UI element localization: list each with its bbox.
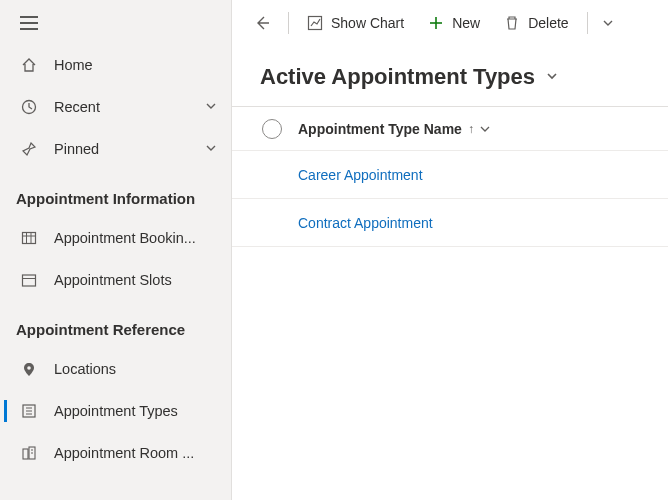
section-header-appointment-reference: Appointment Reference (0, 301, 231, 348)
menu-icon (20, 16, 38, 30)
sidebar-item-appointment-room[interactable]: Appointment Room ... (0, 432, 231, 474)
chevron-down-icon (480, 124, 490, 134)
chevron-down-icon (205, 99, 217, 115)
trash-icon (504, 15, 520, 31)
sidebar-item-label: Appointment Types (54, 403, 217, 419)
grid-header-row: Appointment Type Name ↑ (232, 107, 668, 151)
record-link[interactable]: Career Appointment (250, 167, 648, 183)
calendar-icon (20, 271, 38, 289)
chart-icon (307, 15, 323, 31)
sort-ascending-icon: ↑ (468, 122, 474, 136)
sidebar-item-home[interactable]: Home (0, 44, 231, 86)
list-icon (20, 402, 38, 420)
sidebar-item-pinned[interactable]: Pinned (0, 128, 231, 170)
sidebar-item-locations[interactable]: Locations (0, 348, 231, 390)
svg-rect-8 (23, 275, 36, 286)
separator (288, 12, 289, 34)
sidebar: Home Recent Pinned Appointment Informati… (0, 0, 232, 500)
command-bar: Show Chart New Delete (232, 0, 668, 46)
separator (587, 12, 588, 34)
clock-icon (20, 98, 38, 116)
section-header-appointment-information: Appointment Information (0, 170, 231, 217)
chevron-down-icon (545, 69, 559, 83)
sidebar-item-recent[interactable]: Recent (0, 86, 231, 128)
sidebar-item-label: Pinned (54, 141, 205, 157)
location-pin-icon (20, 360, 38, 378)
chevron-down-icon (205, 141, 217, 157)
pin-icon (20, 140, 38, 158)
new-button[interactable]: New (418, 6, 490, 40)
table-row[interactable]: Contract Appointment (232, 199, 668, 247)
delete-split-button[interactable] (596, 6, 620, 40)
hamburger-button[interactable] (0, 6, 231, 44)
view-title: Active Appointment Types (260, 64, 535, 90)
sidebar-item-label: Recent (54, 99, 205, 115)
circle-icon (262, 119, 282, 139)
button-label: Show Chart (331, 15, 404, 31)
view-selector-button[interactable] (545, 69, 559, 86)
sidebar-item-label: Home (54, 57, 217, 73)
column-header-name[interactable]: Appointment Type Name ↑ (294, 121, 648, 137)
sidebar-item-label: Appointment Bookin... (54, 230, 217, 246)
record-link[interactable]: Contract Appointment (250, 215, 648, 231)
select-all-checkbox[interactable] (250, 119, 294, 139)
button-label: New (452, 15, 480, 31)
sidebar-item-appointment-slots[interactable]: Appointment Slots (0, 259, 231, 301)
arrow-left-icon (254, 15, 270, 31)
column-header-label: Appointment Type Name (298, 121, 462, 137)
sidebar-item-label: Appointment Room ... (54, 445, 217, 461)
chevron-down-icon (602, 17, 614, 29)
sidebar-item-label: Locations (54, 361, 217, 377)
delete-button[interactable]: Delete (494, 6, 578, 40)
svg-point-10 (27, 366, 31, 370)
home-icon (20, 56, 38, 74)
plus-icon (428, 15, 444, 31)
data-grid: Appointment Type Name ↑ Career Appointme… (232, 106, 668, 247)
main-area: Show Chart New Delete Active Appointment… (232, 0, 668, 500)
sidebar-item-label: Appointment Slots (54, 272, 217, 288)
sidebar-item-appointment-types[interactable]: Appointment Types (0, 390, 231, 432)
back-button[interactable] (244, 6, 280, 40)
table-row[interactable]: Career Appointment (232, 151, 668, 199)
svg-rect-15 (23, 449, 28, 459)
calendar-grid-icon (20, 229, 38, 247)
show-chart-button[interactable]: Show Chart (297, 6, 414, 40)
sidebar-item-appointment-booking[interactable]: Appointment Bookin... (0, 217, 231, 259)
building-icon (20, 444, 38, 462)
button-label: Delete (528, 15, 568, 31)
svg-rect-4 (23, 233, 36, 244)
